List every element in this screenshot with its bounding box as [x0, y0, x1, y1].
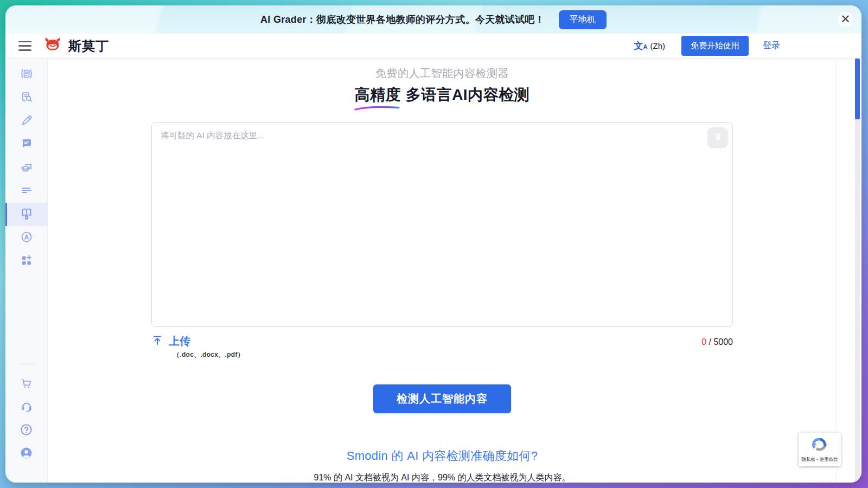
account-icon: [20, 446, 33, 462]
char-limit: / 5000: [706, 337, 733, 346]
plagiarism-checker-icon: [20, 91, 33, 106]
chat-icon: [20, 137, 33, 152]
char-counter: 0 / 5000: [701, 337, 733, 347]
hero-title-highlight: 高精度: [355, 85, 401, 105]
rewriter-icon: [20, 67, 33, 82]
cart-icon: [20, 377, 33, 392]
promo-cta-button[interactable]: 平地机: [559, 10, 607, 29]
hero-subtitle: 免费的人工智能内容检测器: [151, 66, 733, 81]
sidebar-item-account[interactable]: [5, 442, 47, 466]
upload-label: 上传: [169, 334, 190, 349]
sidebar-item-writer[interactable]: [5, 110, 47, 133]
hero-title-rest: 多语言AI内容检测: [401, 86, 529, 103]
recaptcha-badge[interactable]: 隐私权 - 使用条款: [799, 433, 841, 466]
scrollbar-track[interactable]: [855, 59, 860, 483]
sidebar-item-homework-solver[interactable]: [5, 156, 47, 179]
recaptcha-logo-icon: [812, 436, 828, 455]
recaptcha-label: 隐私权 - 使用条款: [801, 457, 838, 463]
body-row: 免费的人工智能内容检测器 高精度 多语言AI内容检测: [5, 59, 861, 483]
sidebar-item-rewriter[interactable]: [5, 63, 47, 86]
sidebar-item-summarizer[interactable]: [5, 179, 47, 203]
faq-body: 91% 的 AI 文档被视为 AI 内容，99% 的人类文档被视为人类内容。: [151, 472, 733, 483]
gradient-underline: [354, 105, 400, 111]
header: 斯莫丁 文A (Zh) 免费开始使用 登录: [5, 34, 861, 59]
translate-icon: 文A: [634, 40, 648, 52]
apps-icon: [20, 254, 33, 269]
robot-logo-icon: [43, 37, 62, 55]
homework-solver-icon: [20, 160, 33, 176]
content-input[interactable]: [151, 122, 733, 327]
sidebar-item-ai-detector[interactable]: [5, 203, 47, 226]
promo-banner-text: AI Grader：彻底改变世界各地教师的评分方式。今天就试试吧！: [260, 13, 545, 26]
sidebar-item-help[interactable]: [5, 419, 47, 442]
sidebar-item-grader[interactable]: [5, 226, 47, 249]
close-icon: [842, 15, 849, 24]
sidebar-item-chat[interactable]: [5, 133, 47, 156]
scrollbar-thumb[interactable]: [855, 59, 860, 119]
banner-close-button[interactable]: [838, 12, 853, 27]
upload-control[interactable]: 上传 （.doc、.docx、.pdf）: [151, 334, 244, 359]
ai-detector-icon: [20, 207, 34, 223]
grader-icon: [20, 230, 33, 246]
sidebar-item-apps[interactable]: [5, 249, 47, 273]
login-link[interactable]: 登录: [763, 40, 780, 52]
sidebar-item-support[interactable]: [5, 396, 47, 419]
char-count: 0: [701, 337, 706, 346]
promo-banner: AI Grader：彻底改变世界各地教师的评分方式。今天就试试吧！ 平地机: [5, 5, 861, 34]
summarizer-icon: [20, 184, 33, 199]
smodin-logo[interactable]: 斯莫丁: [43, 37, 109, 55]
language-selector[interactable]: 文A (Zh): [634, 40, 665, 52]
language-code: (Zh): [650, 41, 666, 50]
sidebar-divider: [18, 364, 35, 364]
main-area: 免费的人工智能内容检测器 高精度 多语言AI内容检测: [48, 59, 837, 483]
support-icon: [20, 400, 33, 415]
upload-icon: [151, 335, 163, 349]
sidebar: [5, 59, 48, 483]
scroll-gutter: [837, 59, 861, 483]
trash-icon: [713, 132, 723, 143]
help-icon: [20, 423, 33, 439]
detect-ai-button[interactable]: 检测人工智能内容: [373, 384, 511, 413]
menu-icon[interactable]: [18, 41, 31, 51]
upload-formats: （.doc、.docx、.pdf）: [173, 350, 244, 359]
page-card: AI Grader：彻底改变世界各地教师的评分方式。今天就试试吧！ 平地机 斯: [5, 5, 861, 483]
brand-name: 斯莫丁: [68, 37, 109, 55]
hero-title: 高精度 多语言AI内容检测: [151, 85, 733, 105]
clear-text-button[interactable]: [708, 127, 727, 147]
faq-title: Smodin 的 AI 内容检测准确度如何?: [151, 448, 733, 464]
writer-icon: [20, 114, 33, 129]
signup-button[interactable]: 免费开始使用: [681, 36, 749, 56]
sidebar-item-cart[interactable]: [5, 373, 47, 396]
sidebar-item-plagiarism-checker[interactable]: [5, 86, 47, 110]
